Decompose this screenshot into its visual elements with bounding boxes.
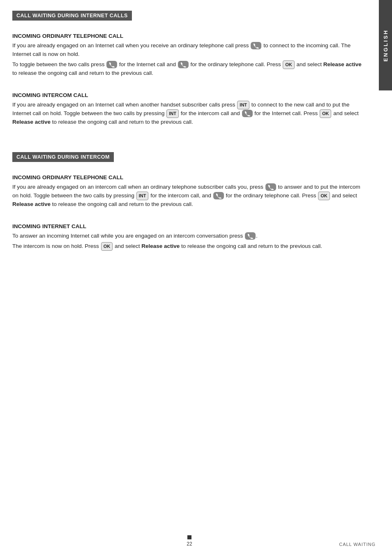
int-button-1: INT	[237, 101, 249, 109]
para-4-1: To answer an incoming Internet call whil…	[12, 232, 367, 240]
subsection-title-2: INCOMING INTERCOM CALL	[12, 92, 367, 98]
phone-button-icon-4	[242, 110, 253, 117]
phone-button-icon-3	[178, 61, 189, 68]
int-button-3: INT	[136, 192, 149, 200]
subsection-incoming-ordinary-1: INCOMING ORDINARY TELEPHONE CALL If you …	[12, 33, 367, 78]
ok-button-3: OK	[318, 192, 330, 200]
ok-button-2: OK	[320, 109, 332, 118]
section-header-internet: CALL WAITING DURING INTERNET CALLS	[12, 11, 132, 21]
subsection-incoming-intercom-1: INCOMING INTERCOM CALL If you are alread…	[12, 92, 367, 127]
para-1-2: To toggle between the two calls press fo…	[12, 60, 367, 78]
section-header-intercom: CALL WAITING DURING INTERCOM	[12, 152, 114, 162]
subsection-incoming-ordinary-2: INCOMING ORDINARY TELEPHONE CALL If you …	[12, 174, 367, 209]
page-footer: 22	[0, 535, 379, 547]
subsection-incoming-internet: INCOMING INTERNET CALL To answer an inco…	[12, 223, 367, 251]
subsection-title-4: INCOMING INTERNET CALL	[12, 223, 367, 229]
section-internet-calls: CALL WAITING DURING INTERNET CALLS INCOM…	[12, 7, 367, 127]
phone-button-icon-2	[106, 61, 117, 68]
int-button-2: INT	[166, 109, 179, 118]
subsection-title-1: INCOMING ORDINARY TELEPHONE CALL	[12, 33, 367, 39]
footer-bullet	[187, 535, 191, 539]
sidebar-english-label: ENGLISH	[379, 0, 392, 90]
phone-button-icon-6	[213, 192, 224, 199]
page-container: ENGLISH CALL WAITING DURING INTERNET CAL…	[0, 0, 392, 555]
para-2-1: If you are already engaged on an Interne…	[12, 101, 367, 127]
section-intercom: CALL WAITING DURING INTERCOM INCOMING OR…	[12, 149, 367, 251]
para-1-1: If you are already engaged on an Interne…	[12, 42, 367, 59]
ok-button-1: OK	[283, 60, 295, 69]
para-3-1: If you are already engaged on an interco…	[12, 183, 367, 209]
phone-button-icon-7	[245, 232, 256, 240]
page-number: 22	[187, 541, 192, 547]
subsection-title-3: INCOMING ORDINARY TELEPHONE CALL	[12, 174, 367, 180]
ok-button-4: OK	[101, 242, 113, 251]
phone-button-icon-5	[265, 183, 276, 191]
phone-button-icon-1	[251, 42, 261, 49]
para-4-2: The intercom is now on hold. Press OK an…	[12, 242, 367, 251]
footer-call-waiting-label: CALL WAITING	[339, 542, 376, 547]
